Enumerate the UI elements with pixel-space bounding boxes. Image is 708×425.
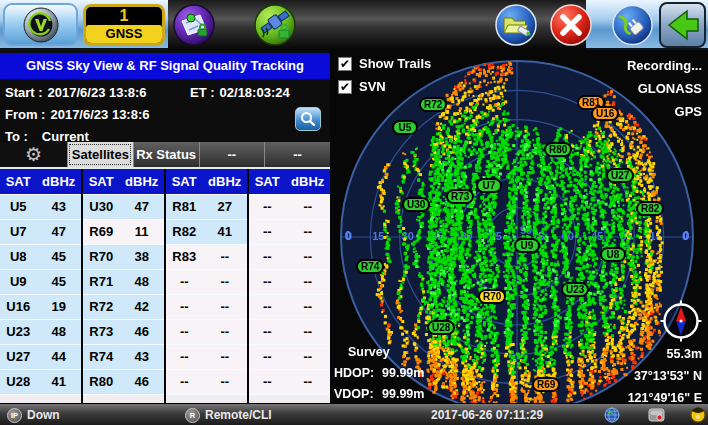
sat-cell: R80 [83, 370, 119, 394]
satellite-mode-button[interactable] [252, 3, 298, 47]
remote-status-label: Remote/CLI [205, 408, 272, 422]
dbhz-cell: 27 [202, 195, 247, 219]
veex-logo-icon [22, 6, 60, 44]
dbhz-cell: 45 [36, 245, 81, 269]
home-logo-button[interactable] [3, 3, 78, 46]
device-screen: 1 GNSS [0, 0, 708, 425]
sat-cell: U28 [0, 370, 36, 394]
search-button[interactable] [295, 107, 321, 131]
svn-checkbox[interactable]: ✔ SVN [338, 79, 386, 94]
tab-rx-status[interactable]: Rx Status [133, 142, 199, 167]
sat-cell: -- [249, 245, 285, 269]
dbhz-cell: 48 [36, 320, 81, 344]
sat-cell: U5 [0, 195, 36, 219]
sat-cell: R82 [166, 220, 202, 244]
table-row: ---- [166, 345, 247, 370]
from-value: 2017/6/23 13:8:6 [50, 107, 149, 122]
satellite-marker-u5: U5 [392, 120, 418, 135]
map-mode-button[interactable] [171, 3, 217, 47]
dbhz-cell: -- [285, 295, 330, 319]
dbhz-cell: 11 [119, 220, 164, 244]
sat-table-column: SATdBHzU543U747U845U945U1619U2348U2744U2… [0, 169, 83, 395]
sat-cell: R69 [83, 220, 119, 244]
sat-table-column: SATdBHz-------------------------------- [249, 169, 330, 395]
table-row: ---- [249, 295, 330, 320]
sat-cell: -- [249, 270, 285, 294]
dbhz-cell: -- [202, 245, 247, 269]
ip-badge-icon: IP [7, 408, 22, 423]
table-row: R8127 [166, 195, 247, 220]
dbhz-cell: -- [285, 370, 330, 394]
sat-header: SAT [249, 169, 285, 194]
tab--[interactable]: -- [199, 142, 265, 167]
dbhz-cell: 38 [119, 245, 164, 269]
gear-icon: ⚙ [25, 143, 42, 166]
sat-cell: U16 [0, 295, 36, 319]
settings-button[interactable]: ⚙ [0, 142, 67, 167]
dbhz-cell: -- [285, 320, 330, 344]
channel-number: 1 [86, 7, 162, 25]
sat-cell: R73 [83, 320, 119, 344]
power-connection-button[interactable] [610, 3, 656, 47]
page-title: GNSS Sky View & RF Signal Quality Tracki… [0, 53, 330, 79]
table-row: R8046 [83, 370, 164, 395]
channel-label: GNSS [86, 25, 162, 43]
tab-satellites[interactable]: Satellites [67, 142, 133, 167]
strip-cell [83, 395, 166, 403]
back-button[interactable] [659, 2, 706, 48]
network-globe-icon[interactable] [604, 407, 620, 423]
table-row: ---- [249, 245, 330, 270]
map-lock-icon [171, 3, 217, 47]
sat-cell: -- [166, 295, 202, 319]
show-trails-checkbox[interactable]: ✔ Show Trails [338, 56, 431, 71]
sat-cell: -- [166, 320, 202, 344]
remote-badge-icon: R [185, 408, 200, 423]
close-x-icon [548, 3, 594, 47]
sat-table: SATdBHzU543U747U845U945U1619U2348U2744U2… [0, 169, 330, 395]
sat-cell: U9 [0, 270, 36, 294]
satellite-marker-u28: U28 [427, 320, 455, 335]
sat-table-header: SATdBHz [83, 169, 164, 195]
start-value: 2017/6/23 13:8:6 [48, 85, 147, 100]
sat-cell: -- [249, 320, 285, 344]
sat-cell: U7 [0, 220, 36, 244]
sat-table-header: SATdBHz [249, 169, 330, 195]
satellite-marker-u16: U16 [591, 106, 619, 121]
dbhz-header: dBHz [202, 169, 247, 194]
sat-cell: R71 [83, 270, 119, 294]
power-plug-icon [610, 3, 655, 47]
tab--[interactable]: -- [264, 142, 330, 167]
satellite-marker-r80: R80 [544, 142, 572, 157]
brightness-icon[interactable] [690, 407, 706, 423]
dbhz-cell: 45 [36, 270, 81, 294]
gnss-channel-button[interactable]: 1 GNSS [83, 4, 165, 46]
sat-cell: U30 [83, 195, 119, 219]
sat-cell: -- [249, 195, 285, 219]
dbhz-cell: 19 [36, 295, 81, 319]
dbhz-header: dBHz [119, 169, 164, 194]
close-button[interactable] [548, 3, 594, 47]
dbhz-cell: -- [202, 370, 247, 394]
skyview-panel: R72U5R81U16R80U27U7R73U30R82U9U8R74R70U2… [330, 50, 708, 403]
table-row: ---- [249, 220, 330, 245]
screenshot-icon[interactable] [648, 407, 665, 423]
dbhz-cell: -- [285, 220, 330, 244]
ip-status-label: Down [27, 408, 60, 422]
sat-header: SAT [166, 169, 202, 194]
save-results-button[interactable] [493, 3, 539, 47]
back-arrow-icon [665, 8, 701, 42]
sat-cell: -- [249, 220, 285, 244]
sat-cell: U27 [0, 345, 36, 369]
strip-cell [166, 395, 249, 403]
checkbox-check-icon: ✔ [338, 57, 352, 71]
sat-cell: R81 [166, 195, 202, 219]
dbhz-cell: -- [202, 320, 247, 344]
dbhz-cell: 41 [36, 370, 81, 394]
sat-cell: U23 [0, 320, 36, 344]
table-row: R83-- [166, 245, 247, 270]
table-row: U3047 [83, 195, 164, 220]
table-row: U845 [0, 245, 81, 270]
satellite-marker-u7: U7 [476, 178, 502, 193]
satellite-marker-r82: R82 [636, 201, 664, 216]
table-row: U945 [0, 270, 81, 295]
